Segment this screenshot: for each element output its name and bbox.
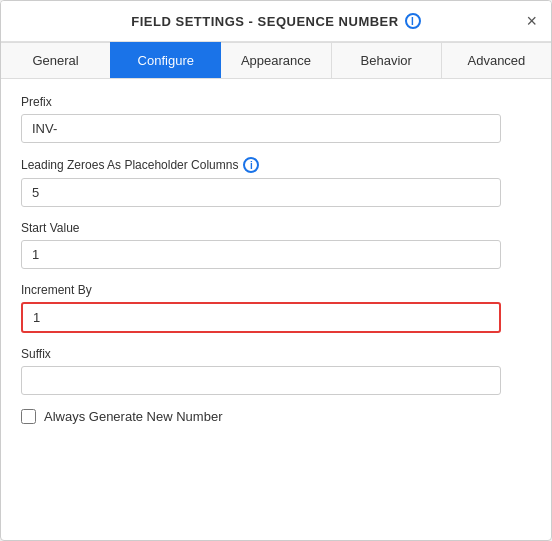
info-icon[interactable]: i	[405, 13, 421, 29]
tab-bar: General Configure Appearance Behavior Ad…	[1, 42, 551, 79]
modal-container: FIELD SETTINGS - SEQUENCE NUMBER i × Gen…	[0, 0, 552, 541]
close-button[interactable]: ×	[526, 12, 537, 30]
tab-behavior[interactable]: Behavior	[331, 42, 442, 78]
always-generate-label: Always Generate New Number	[44, 409, 222, 424]
leading-zeroes-input[interactable]	[21, 178, 501, 207]
suffix-label: Suffix	[21, 347, 531, 361]
start-value-input[interactable]	[21, 240, 501, 269]
suffix-group: Suffix	[21, 347, 531, 395]
increment-group: Increment By	[21, 283, 531, 333]
tab-appearance[interactable]: Appearance	[220, 42, 331, 78]
tab-configure[interactable]: Configure	[110, 42, 221, 78]
tab-general[interactable]: General	[1, 42, 111, 78]
modal-header: FIELD SETTINGS - SEQUENCE NUMBER i ×	[1, 1, 551, 42]
increment-input[interactable]	[21, 302, 501, 333]
prefix-group: Prefix	[21, 95, 531, 143]
modal-title: FIELD SETTINGS - SEQUENCE NUMBER i	[131, 13, 420, 29]
prefix-input[interactable]	[21, 114, 501, 143]
increment-label: Increment By	[21, 283, 531, 297]
leading-zeroes-group: Leading Zeroes As Placeholder Columns i	[21, 157, 531, 207]
always-generate-checkbox[interactable]	[21, 409, 36, 424]
leading-zeroes-label: Leading Zeroes As Placeholder Columns i	[21, 157, 531, 173]
suffix-input[interactable]	[21, 366, 501, 395]
leading-zeroes-info-icon[interactable]: i	[243, 157, 259, 173]
start-value-label: Start Value	[21, 221, 531, 235]
always-generate-row: Always Generate New Number	[21, 409, 531, 424]
tab-advanced[interactable]: Advanced	[441, 42, 552, 78]
title-text: FIELD SETTINGS - SEQUENCE NUMBER	[131, 14, 398, 29]
modal-body: Prefix Leading Zeroes As Placeholder Col…	[1, 79, 551, 540]
start-value-group: Start Value	[21, 221, 531, 269]
prefix-label: Prefix	[21, 95, 531, 109]
